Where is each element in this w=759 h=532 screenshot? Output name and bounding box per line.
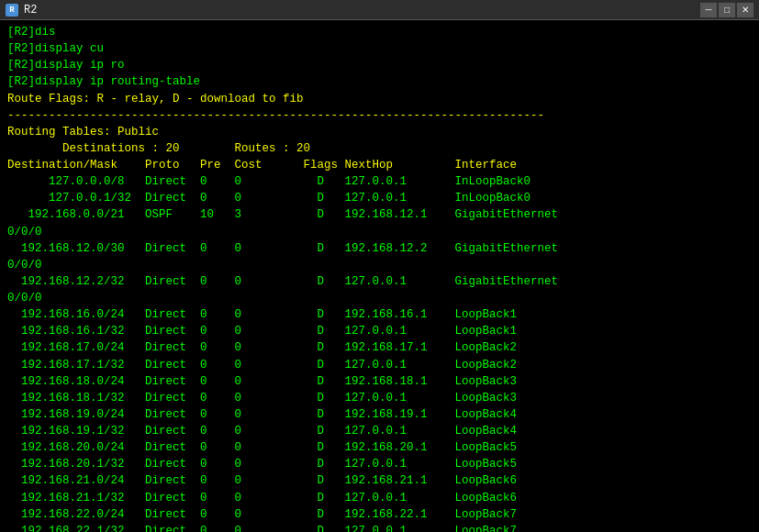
- terminal-line: 192.168.16.0/24 Direct 0 0 D 192.168.16.…: [7, 306, 752, 323]
- terminal-line: Route Flags: R - relay, D - download to …: [7, 91, 752, 107]
- app-icon: R: [6, 4, 18, 17]
- terminal-line: 192.168.12.0/30 Direct 0 0 D 192.168.12.…: [7, 240, 752, 257]
- terminal-line: [R2]display cu: [7, 40, 752, 57]
- window-title: R2: [24, 4, 37, 17]
- minimize-button[interactable]: ─: [700, 3, 717, 17]
- terminal-line: 192.168.18.0/24 Direct 0 0 D 192.168.18.…: [7, 373, 752, 390]
- terminal-line: Destination/Mask Proto Pre Cost Flags Ne…: [7, 157, 752, 173]
- maximize-button[interactable]: □: [719, 3, 735, 17]
- terminal-line: 192.168.17.1/32 Direct 0 0 D 127.0.0.1 L…: [7, 357, 752, 373]
- terminal-line: 192.168.0.0/21 OSPF 10 3 D 192.168.12.1 …: [7, 206, 752, 223]
- terminal-line: 0/0/0: [7, 257, 752, 273]
- terminal-line: 0/0/0: [7, 224, 752, 240]
- terminal-line: 192.168.22.1/32 Direct 0 0 D 127.0.0.1 L…: [7, 523, 752, 532]
- terminal-line: 192.168.18.1/32 Direct 0 0 D 127.0.0.1 L…: [7, 390, 752, 406]
- terminal-line: 192.168.21.1/32 Direct 0 0 D 127.0.0.1 L…: [7, 490, 752, 506]
- terminal-line: ----------------------------------------…: [7, 107, 752, 124]
- terminal-line: [R2]dis: [7, 24, 752, 40]
- terminal-line: [R2]display ip ro: [7, 57, 752, 73]
- terminal-line: 192.168.20.0/24 Direct 0 0 D 192.168.20.…: [7, 439, 752, 456]
- terminal-line: 127.0.0.1/32 Direct 0 0 D 127.0.0.1 InLo…: [7, 190, 752, 206]
- terminal-line: 192.168.16.1/32 Direct 0 0 D 127.0.0.1 L…: [7, 323, 752, 339]
- terminal-line: [R2]display ip routing-table: [7, 73, 752, 90]
- title-bar: R R2 ─ □ ✕: [0, 0, 759, 20]
- terminal-line: Destinations : 20 Routes : 20: [7, 140, 752, 157]
- terminal-line: Routing Tables: Public: [7, 124, 752, 140]
- title-bar-left: R R2: [6, 4, 37, 17]
- terminal-line: 0/0/0: [7, 290, 752, 306]
- terminal-output: [R2]dis[R2]display cu[R2]display ip ro[R…: [0, 20, 759, 532]
- terminal-line: 192.168.20.1/32 Direct 0 0 D 127.0.0.1 L…: [7, 456, 752, 472]
- terminal-line: 192.168.12.2/32 Direct 0 0 D 127.0.0.1 G…: [7, 273, 752, 290]
- terminal-line: 192.168.17.0/24 Direct 0 0 D 192.168.17.…: [7, 339, 752, 356]
- terminal-line: 192.168.19.0/24 Direct 0 0 D 192.168.19.…: [7, 406, 752, 423]
- close-button[interactable]: ✕: [737, 3, 753, 17]
- window-controls: ─ □ ✕: [700, 3, 753, 17]
- terminal-line: 192.168.21.0/24 Direct 0 0 D 192.168.21.…: [7, 472, 752, 489]
- terminal-line: 127.0.0.0/8 Direct 0 0 D 127.0.0.1 InLoo…: [7, 173, 752, 190]
- terminal-line: 192.168.22.0/24 Direct 0 0 D 192.168.22.…: [7, 506, 752, 523]
- terminal-line: 192.168.19.1/32 Direct 0 0 D 127.0.0.1 L…: [7, 423, 752, 439]
